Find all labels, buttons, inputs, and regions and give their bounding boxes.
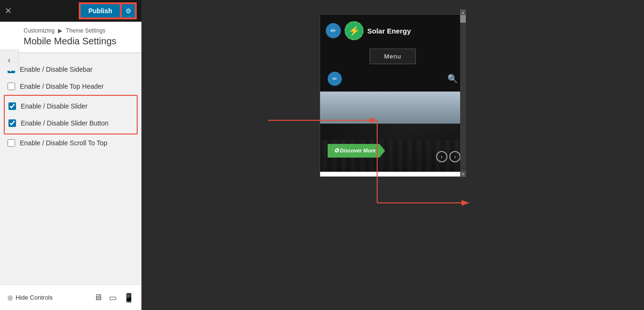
publish-button[interactable]: Publish (80, 3, 121, 18)
eye-icon: ◎ (8, 294, 13, 301)
breadcrumb-separator: ▶ (58, 27, 62, 34)
mobile-icon[interactable]: 📱 (124, 293, 134, 303)
close-button[interactable]: ✕ (5, 7, 12, 15)
bottom-bar: ◎ Hide Controls 🖥 ▭ 📱 (0, 285, 141, 310)
logo-text: Solar Energy (367, 27, 411, 35)
gear-button[interactable]: ⚙ (121, 3, 136, 18)
slider-image: ✪ Discover More ‹ › (320, 92, 465, 172)
sidebar-panel: ✕ Publish ⚙ ‹ Customizing ▶ Theme Settin… (0, 0, 141, 310)
publish-box: Publish ⚙ (79, 2, 137, 19)
top-bar: ✕ Publish ⚙ (0, 0, 141, 22)
phone-menu-bar: Menu (320, 45, 465, 68)
back-button[interactable]: ‹ (0, 49, 19, 71)
label-scroll-to-top: Enable / Disable Scroll To Top (20, 139, 107, 147)
scroll-down-btn[interactable]: ▼ (460, 171, 466, 177)
view-icons: 🖥 ▭ 📱 (94, 293, 134, 303)
tablet-icon[interactable]: ▭ (109, 293, 117, 303)
hide-controls-label: Hide Controls (16, 294, 53, 301)
discover-button[interactable]: ✪ Discover More (328, 144, 385, 158)
scroll-thumb[interactable] (460, 15, 466, 23)
page-title: Mobile Media Settings (24, 36, 134, 50)
logo-icon-bolt: ⚡ (345, 21, 363, 40)
label-slider-button: Enable / Disable Slider Button (21, 119, 108, 127)
control-sidebar: Enable / Disable Sidebar (8, 61, 134, 78)
breadcrumb-parent: Customizing (24, 27, 55, 34)
phone-logo: ✏ ⚡ Solar Energy (326, 21, 411, 40)
scroll-up-btn[interactable]: ▲ (460, 9, 466, 15)
preview-area: ✏ ⚡ Solar Energy Menu ✏ 🔍 (141, 0, 644, 310)
checkbox-slider[interactable] (8, 102, 16, 110)
breadcrumb-child: Theme Settings (66, 27, 106, 34)
controls-list: Enable / Disable Sidebar Enable / Disabl… (0, 53, 141, 285)
phone-icons-row: ✏ 🔍 (320, 68, 465, 92)
phone-search-icon: 🔍 (447, 74, 458, 84)
slider-nav: ‹ › (436, 151, 461, 162)
phone-pen-icon: ✏ (328, 72, 342, 86)
desktop-icon[interactable]: 🖥 (94, 293, 102, 302)
checkbox-top-header[interactable] (8, 83, 15, 90)
prev-arrow[interactable]: ‹ (436, 151, 447, 162)
control-slider: Enable / Disable Slider (8, 98, 133, 115)
next-arrow[interactable]: › (449, 151, 461, 162)
phone-slider: ✪ Discover More ‹ › (320, 92, 465, 172)
highlight-box: Enable / Disable Slider Enable / Disable… (4, 95, 138, 134)
phone-header: ✏ ⚡ Solar Energy (320, 15, 465, 45)
logo-icon-pen: ✏ (326, 23, 341, 38)
hide-controls[interactable]: ◎ Hide Controls (8, 294, 84, 301)
phone-preview: ✏ ⚡ Solar Energy Menu ✏ 🔍 (320, 14, 466, 177)
checkbox-slider-button[interactable] (8, 119, 16, 127)
scrollbar[interactable]: ▲ ▼ (460, 9, 466, 177)
control-slider-button: Enable / Disable Slider Button (8, 115, 133, 132)
label-top-header: Enable / Disable Top Header (20, 83, 104, 90)
menu-button[interactable]: Menu (370, 49, 416, 64)
label-sidebar: Enable / Disable Sidebar (20, 66, 92, 73)
label-slider: Enable / Disable Slider (21, 102, 88, 110)
white-strip (320, 172, 465, 176)
control-top-header: Enable / Disable Top Header (8, 78, 134, 95)
control-scroll-to-top: Enable / Disable Scroll To Top (8, 134, 134, 151)
checkbox-scroll-to-top[interactable] (8, 139, 15, 147)
breadcrumb: Customizing ▶ Theme Settings (24, 27, 134, 34)
